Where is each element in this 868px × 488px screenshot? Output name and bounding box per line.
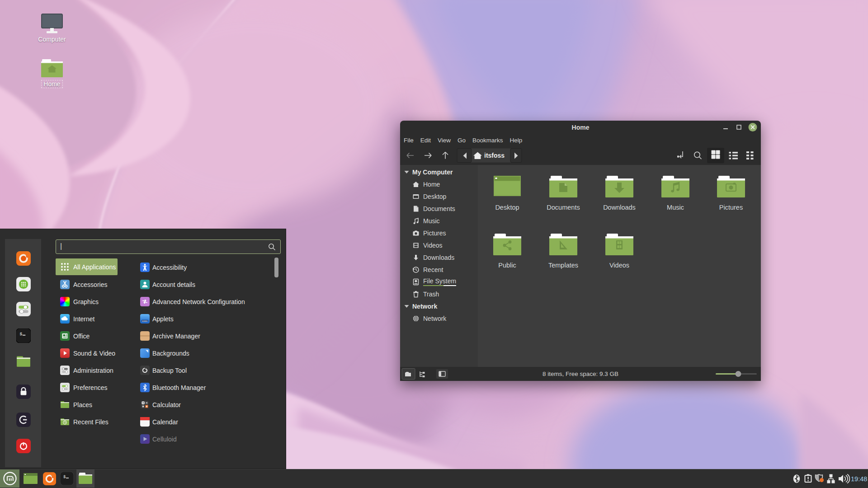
svg-text:$: $ bbox=[19, 332, 22, 337]
svg-text:$: $ bbox=[63, 475, 66, 479]
